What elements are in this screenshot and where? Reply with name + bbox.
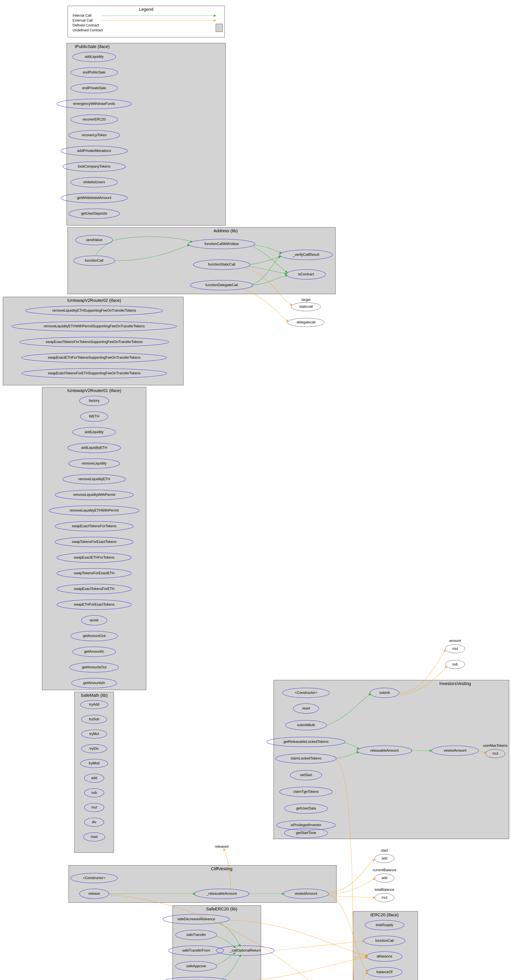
svg-text:mul: mul — [452, 647, 458, 651]
svg-rect-28 — [68, 228, 335, 294]
svg-text:sendValue: sendValue — [86, 238, 102, 242]
svg-text:swapExactTokensForETH: swapExactTokensForETH — [74, 587, 114, 591]
svg-text:staticcall: staticcall — [299, 305, 313, 309]
svg-text:swapExactTokensForTokens: swapExactTokensForTokens — [72, 524, 117, 528]
svg-text:safeApprove: safeApprove — [186, 964, 206, 968]
svg-text:isContract: isContract — [298, 272, 314, 276]
svg-text:safeDecreaseAllowance: safeDecreaseAllowance — [177, 917, 215, 921]
svg-text:<Constructor>: <Constructor> — [83, 876, 105, 880]
svg-text:swapExactTokensForTokensSuppor: swapExactTokensForTokensSupportingFeeOnT… — [46, 340, 143, 344]
svg-text:addLiquidityETH: addLiquidityETH — [81, 446, 107, 450]
legend-undefined: Undefined Contract — [73, 28, 103, 32]
svg-text:sub: sub — [452, 662, 458, 666]
svg-text:InvestorsVesting: InvestorsVesting — [439, 681, 471, 686]
cluster-cliffvesting: CliffVesting <Constructor> release _rele… — [69, 865, 337, 902]
svg-text:allowance: allowance — [377, 955, 392, 958]
svg-text:swapExactETHForTokens: swapExactETHForTokens — [74, 555, 114, 559]
legend-defined: Defined Contract — [73, 23, 99, 27]
svg-text:lockCompanyTokens: lockCompanyTokens — [78, 164, 110, 169]
svg-text:endPublicSale: endPublicSale — [83, 70, 105, 74]
svg-text:SafeERC20   (lib): SafeERC20 (lib) — [206, 907, 237, 912]
svg-text:WETH: WETH — [89, 414, 99, 418]
svg-text:mul: mul — [91, 805, 97, 809]
svg-text:swapETHForExactTokens: swapETHForExactTokens — [74, 603, 114, 606]
svg-text:swapExactTokensForETHSupportin: swapExactTokensForETHSupportingFeeOnTran… — [48, 371, 141, 375]
svg-text:IPublicSale   (iface): IPublicSale (iface) — [75, 44, 109, 49]
svg-text:add: add — [91, 776, 97, 780]
svg-text:tryMod: tryMod — [89, 761, 99, 765]
cluster-investorsvesting: InvestorsVesting <Constructor> submit re… — [267, 680, 509, 839]
legend-title: Legend — [139, 7, 153, 12]
svg-rect-3 — [216, 24, 223, 32]
svg-text:IUniswapV2Router02   (iface): IUniswapV2Router02 (iface) — [67, 298, 121, 303]
svg-text:swapExactETHForTokensSupportin: swapExactETHForTokensSupportingFeeOnTran… — [48, 356, 141, 360]
svg-text:mul: mul — [382, 896, 387, 899]
svg-text:submitMulti: submitMulti — [297, 723, 315, 727]
legend-internal: Internal Call — [73, 14, 91, 18]
legend-external: External Call — [73, 18, 93, 22]
cluster-address: Address (lib) sendValue functionCall fun… — [68, 228, 335, 294]
svg-text:getUserData: getUserData — [296, 807, 316, 810]
svg-text:swapTokensForExactTokens: swapTokensForExactTokens — [72, 540, 117, 544]
svg-text:removeLiquidityETH: removeLiquidityETH — [78, 477, 110, 481]
cluster-iuniswapv2router02: IUniswapV2Router02 (iface) removeLiquidi… — [3, 297, 184, 385]
cluster-ierc20: IERC20 (iface) totalSupply functionCall … — [353, 912, 418, 980]
cluster-safemath: SafeMath (lib) tryAdd trySub tryMul tryD… — [75, 692, 114, 853]
svg-text:release: release — [88, 892, 100, 896]
svg-text:reset: reset — [302, 706, 310, 710]
cluster-iuniswapv2router01: IUniswapV2Router01 (iface) factory WETH … — [42, 387, 146, 690]
svg-text:totalBalance: totalBalance — [375, 888, 394, 892]
svg-text:released: released — [215, 845, 228, 848]
svg-text:userMaxTokens: userMaxTokens — [483, 744, 508, 748]
svg-text:tryAdd: tryAdd — [89, 702, 99, 706]
svg-text:div: div — [92, 820, 96, 824]
svg-text:safeTransferFrom: safeTransferFrom — [182, 948, 210, 952]
svg-text:<Constructor>: <Constructor> — [295, 691, 317, 695]
svg-text:emergencyWithdrawFunds: emergencyWithdrawFunds — [73, 102, 115, 106]
svg-text:functionCall: functionCall — [375, 939, 394, 943]
svg-text:IUniswapV2Router01   (iface): IUniswapV2Router01 (iface) — [67, 388, 121, 393]
svg-text:totalSupply: totalSupply — [376, 923, 393, 927]
svg-text:factory: factory — [89, 399, 99, 402]
svg-text:addLiquidity: addLiquidity — [85, 55, 104, 59]
svg-text:delegatecall: delegatecall — [297, 320, 315, 324]
svg-text:addPrivateAllocations: addPrivateAllocations — [77, 149, 111, 153]
svg-text:removeLiquidityETHWithPermitSu: removeLiquidityETHWithPermitSupportingFe… — [43, 324, 145, 328]
legend: Legend Internal Call External Call Defin… — [68, 6, 225, 37]
svg-text:submit: submit — [379, 691, 390, 695]
svg-text:vestedAmount: vestedAmount — [444, 749, 466, 752]
svg-text:_callOptionalReturn: _callOptionalReturn — [230, 948, 261, 953]
svg-rect-172 — [69, 865, 337, 902]
svg-text:getWhitelistedAmount: getWhitelistedAmount — [77, 196, 111, 200]
svg-text:SafeMath   (lib): SafeMath (lib) — [81, 693, 108, 698]
svg-text:removeLiquidityETHWithPermit: removeLiquidityETHWithPermit — [70, 508, 119, 512]
svg-text:amount: amount — [449, 639, 461, 643]
svg-text:getAmountsIn: getAmountsIn — [83, 681, 105, 685]
svg-text:mul: mul — [492, 751, 498, 756]
svg-text:Address   (lib): Address (lib) — [213, 228, 238, 233]
svg-text:removeLiquidityWithPermit: removeLiquidityWithPermit — [73, 493, 115, 497]
svg-text:functionCall: functionCall — [85, 259, 103, 262]
svg-text:claimTgeTokens: claimTgeTokens — [293, 790, 319, 794]
svg-text:tryDiv: tryDiv — [89, 746, 99, 751]
svg-text:sub: sub — [91, 791, 97, 795]
svg-text:currentBalance: currentBalance — [372, 868, 396, 872]
svg-text:trySub: trySub — [89, 717, 99, 721]
svg-rect-182 — [172, 905, 261, 980]
svg-text:addLiquidity: addLiquidity — [85, 430, 104, 434]
svg-text:whitelistUsers: whitelistUsers — [83, 180, 105, 184]
svg-text:endPrivateSale: endPrivateSale — [82, 86, 106, 90]
svg-text:removeLiquidityETHSupportingFe: removeLiquidityETHSupportingFeeOnTransfe… — [52, 309, 136, 312]
svg-text:getStartTime: getStartTime — [296, 831, 316, 835]
svg-text:balanceOf: balanceOf — [377, 970, 393, 974]
svg-text:functionStaticCall: functionStaticCall — [208, 262, 235, 266]
svg-text:recoverERC20: recoverERC20 — [83, 118, 106, 121]
svg-text:recoverLpToken: recoverLpToken — [81, 133, 107, 137]
svg-text:removeLiquidity: removeLiquidity — [82, 461, 107, 465]
cluster-ipublicsale: IPublicSale (iface) addLiquidity endPubl… — [57, 43, 225, 225]
svg-text:tryMul: tryMul — [89, 732, 99, 736]
svg-text:swapTokensForExactETH: swapTokensForExactETH — [74, 571, 114, 575]
svg-text:getUserDeposits: getUserDeposits — [81, 212, 107, 215]
svg-rect-101 — [75, 692, 114, 853]
svg-text:getReleasableLockedTokens: getReleasableLockedTokens — [283, 740, 329, 744]
